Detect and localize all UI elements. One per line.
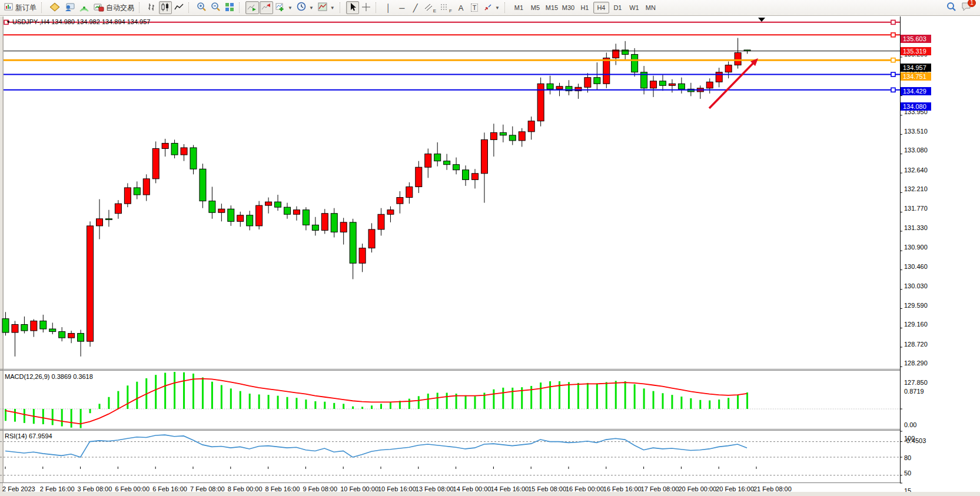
tab-timeframe-H1[interactable]: H1 — [577, 2, 593, 14]
ohlc-open: 134.980 — [51, 18, 75, 25]
candle-body — [669, 84, 675, 85]
new-order-button[interactable]: 新订单 — [2, 1, 38, 14]
candlestick-chart-icon — [161, 2, 170, 14]
candle-body — [350, 222, 356, 263]
macd-signal-line — [5, 379, 747, 424]
candle-body — [284, 207, 291, 214]
cursor-button[interactable] — [346, 1, 359, 14]
bar-chart-button[interactable] — [145, 1, 158, 14]
vertical-line-button[interactable]: │ — [382, 1, 395, 14]
notifications-icon[interactable]: 1 — [961, 2, 972, 14]
line-handle[interactable] — [891, 33, 895, 37]
tab-timeframe-D1[interactable]: D1 — [610, 2, 626, 14]
text-label-button[interactable]: T — [468, 1, 481, 14]
autotrading-button[interactable]: 自动交易 — [92, 1, 136, 14]
line-handle[interactable] — [891, 58, 895, 62]
tab-timeframe-H4[interactable]: H4 — [593, 2, 609, 14]
line-handle[interactable] — [891, 20, 895, 24]
channel-e-glyph: E — [433, 8, 436, 14]
candle-body — [528, 121, 534, 132]
vertical-line-icon: │ — [386, 4, 391, 12]
templates-button[interactable]: ▼ — [316, 1, 337, 14]
chart-dropdown-icon[interactable]: ▼ — [6, 19, 11, 25]
horizontal-line-button[interactable]: ─ — [396, 1, 408, 14]
zoom-out-button[interactable] — [209, 1, 222, 14]
fibonacci-button[interactable]: F — [438, 1, 454, 14]
candle-body — [509, 135, 516, 141]
price-badge-135.603: 135.603 — [901, 35, 931, 43]
text-button[interactable]: A — [454, 1, 467, 14]
candle-body — [359, 248, 366, 264]
price-tick-label: 130.460 — [904, 263, 928, 270]
chart-shift-marker[interactable] — [758, 18, 765, 22]
rsi-axis-80: 80 — [904, 454, 911, 461]
candle-body — [622, 50, 629, 55]
auto-scroll-button[interactable] — [245, 1, 259, 14]
candlestick-chart-button[interactable] — [159, 1, 172, 14]
tab-timeframe-M5[interactable]: M5 — [527, 2, 543, 14]
strategy-tester-button[interactable] — [62, 1, 77, 14]
chart-shift-icon — [261, 2, 271, 14]
candle-body — [78, 334, 84, 342]
candle-body — [321, 214, 328, 231]
line-handle[interactable] — [891, 88, 895, 92]
candle-body — [387, 210, 394, 215]
macd-axis-zero: 0.00 — [904, 421, 916, 428]
candle-body — [237, 215, 244, 222]
candle-body — [556, 86, 563, 89]
tab-timeframe-W1[interactable]: W1 — [626, 2, 642, 14]
tab-timeframe-M15[interactable]: M15 — [544, 2, 560, 14]
search-icon[interactable] — [946, 1, 956, 14]
price-tick-label: 132.640 — [904, 167, 928, 174]
chevron-down-icon: ▼ — [288, 5, 293, 11]
candle-body — [453, 165, 460, 170]
candle-body — [500, 132, 506, 135]
periods-clock-icon — [297, 2, 307, 14]
metaeditor-button[interactable] — [48, 1, 62, 14]
line-chart-icon — [174, 2, 184, 14]
candle-body — [481, 139, 487, 173]
toolbar-grip — [340, 2, 344, 13]
candle-body — [134, 188, 140, 195]
chart-title: ▼ USDJPY-,H4 134.980 134.982 134.894 134… — [6, 18, 150, 25]
zoom-in-button[interactable] — [195, 1, 208, 14]
price-badge-135.319: 135.319 — [901, 47, 931, 55]
macd-histogram — [5, 372, 748, 428]
tab-timeframe-M1[interactable]: M1 — [511, 2, 527, 14]
toolbar-grip — [188, 2, 192, 13]
strategy-tester-icon — [64, 2, 75, 14]
crosshair-button[interactable] — [360, 1, 373, 14]
price-tick-label: 129.160 — [904, 321, 928, 328]
tab-timeframe-M30[interactable]: M30 — [560, 2, 576, 14]
ohlc-high: 134.982 — [77, 18, 100, 25]
chart-shift-button[interactable] — [260, 1, 273, 14]
chart-area[interactable]: ▼ USDJPY-,H4 134.980 134.982 134.894 134… — [0, 16, 980, 496]
autotrading-icon — [94, 2, 104, 14]
price-badge-134.080: 134.080 — [901, 102, 931, 111]
candle-body — [31, 321, 37, 331]
candle-body — [49, 329, 56, 332]
indicators-button[interactable]: ▼ — [274, 1, 294, 14]
tab-timeframe-MN[interactable]: MN — [643, 2, 659, 14]
signals-button[interactable] — [77, 1, 91, 14]
price-tick-label: 131.770 — [904, 205, 928, 212]
channel-button[interactable]: E — [423, 1, 438, 14]
crosshair-icon — [361, 2, 371, 14]
line-chart-button[interactable] — [172, 1, 185, 14]
trendline-button[interactable]: ╱ — [409, 1, 422, 14]
price-tick-label: 132.210 — [904, 185, 928, 192]
line-handle[interactable] — [891, 72, 895, 76]
arrows-button[interactable]: ▼ — [481, 1, 501, 14]
tile-windows-button[interactable] — [223, 1, 236, 14]
candle-body — [171, 143, 178, 155]
candle-body — [537, 84, 544, 121]
candle-body — [725, 65, 732, 72]
candle-body — [378, 214, 384, 229]
periods-button[interactable]: ▼ — [295, 1, 315, 14]
candle-body — [256, 205, 263, 226]
price-tick-label: 128.720 — [904, 341, 928, 348]
new-order-label: 新订单 — [15, 3, 36, 13]
text-icon: A — [459, 4, 464, 12]
rsi-line — [5, 435, 747, 457]
price-chart-canvas[interactable] — [0, 16, 980, 496]
